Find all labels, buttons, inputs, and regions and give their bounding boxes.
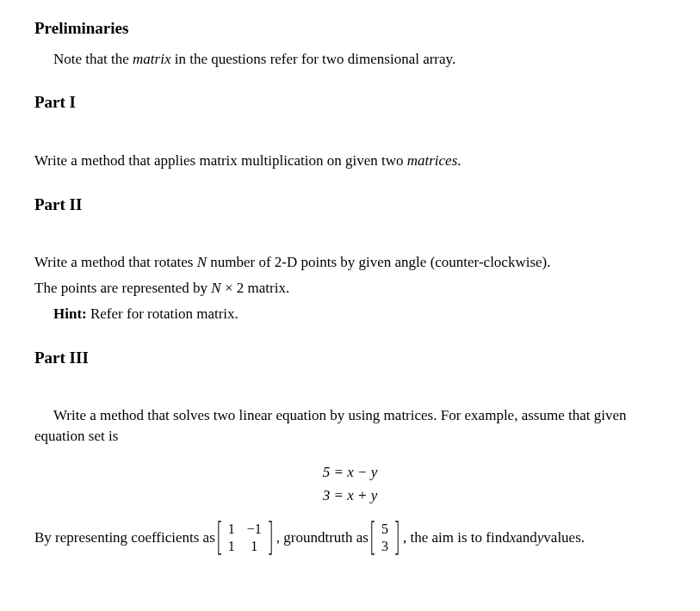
equation-1: 5 = x − y — [34, 460, 666, 484]
part2-section: Part II Write a method that rotates N nu… — [34, 194, 666, 324]
preliminaries-note: Note that the matrix in the questions re… — [34, 49, 666, 70]
text: × 2 matrix. — [221, 280, 289, 296]
matrix-cell: 5 — [381, 521, 388, 538]
matrix-cell: 3 — [381, 538, 388, 555]
x-var: x — [510, 528, 517, 548]
equation-block: 5 = x − y 3 = x + y — [34, 460, 666, 507]
matrix-cell: 1 — [228, 538, 235, 555]
text: Write a method that rotates — [34, 254, 197, 270]
part3-heading: Part III — [34, 347, 666, 370]
right-bracket-icon — [394, 521, 400, 555]
text: Note that the — [53, 51, 133, 67]
matrix-cell: 1 — [228, 521, 235, 538]
part2-line2: The points are represented by N × 2 matr… — [34, 278, 666, 299]
text: , the aim is to find — [403, 528, 510, 548]
text: Write a method that applies matrix multi… — [34, 152, 407, 169]
text: values. — [543, 528, 585, 548]
preliminaries-heading: Preliminaries — [34, 17, 666, 40]
text: The points are represented by — [34, 280, 211, 296]
part2-hint: Hint: Refer for rotation matrix. — [34, 304, 666, 324]
matrix-term: matrix — [133, 51, 170, 67]
text: and — [516, 528, 537, 548]
matrix-cell: 1 — [247, 538, 262, 555]
part2-heading: Part II — [34, 194, 666, 217]
text: By representing coefficients as — [34, 528, 215, 548]
left-bracket-icon — [370, 521, 375, 555]
part1-section: Part I Write a method that applies matri… — [34, 91, 666, 170]
groundtruth-matrix: 5 3 — [369, 521, 401, 555]
matrix-cell: −1 — [247, 521, 262, 538]
matrices-term: matrices — [407, 152, 458, 169]
part1-heading: Part I — [34, 91, 666, 114]
part1-text: Write a method that applies matrix multi… — [34, 151, 666, 171]
part3-section: Part III Write a method that solves two … — [34, 347, 666, 556]
equation-2: 3 = x + y — [34, 484, 666, 507]
n-var: N — [197, 254, 207, 270]
n-var: N — [211, 280, 220, 296]
text: , groundtruth as — [276, 528, 369, 548]
coefficient-matrix: 1 −1 1 1 — [215, 521, 275, 555]
preliminaries-section: Preliminaries Note that the matrix in th… — [34, 17, 666, 69]
hint-label: Hint: — [53, 306, 87, 322]
text: in the questions refer for two dimension… — [170, 51, 455, 67]
part2-line1: Write a method that rotates N number of … — [34, 252, 666, 273]
left-bracket-icon — [217, 521, 222, 555]
part3-intro: Write a method that solves two linear eq… — [34, 405, 666, 447]
y-var: y — [537, 528, 544, 548]
right-bracket-icon — [268, 521, 273, 555]
text: . — [457, 152, 461, 169]
text: number of 2-D points by given angle (cou… — [207, 254, 551, 270]
hint-text: Refer for rotation matrix. — [87, 306, 238, 322]
part3-coeff-line: By representing coefficients as 1 −1 1 1… — [34, 521, 666, 555]
